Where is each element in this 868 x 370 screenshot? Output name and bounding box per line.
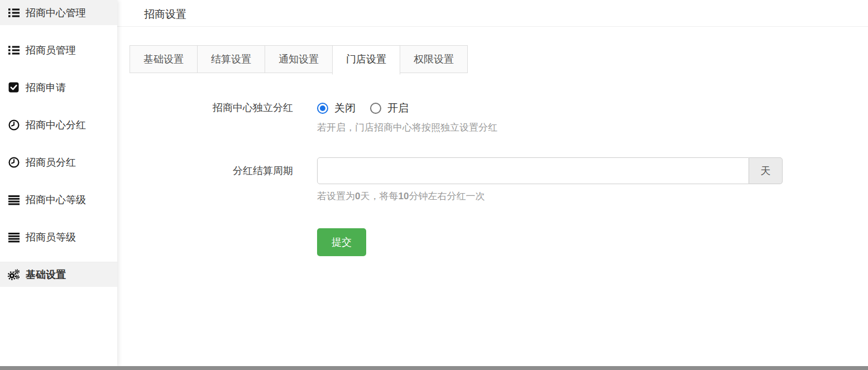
main-content: 招商设置 基础设置 结算设置 通知设置 门店设置 权限设置 招商中心独立分红 关… xyxy=(117,0,868,370)
sidebar-item-label: 招商中心等级 xyxy=(26,193,86,206)
sidebar-item-merchant-agent-level[interactable]: 招商员等级 xyxy=(0,224,117,249)
cogs-icon xyxy=(8,269,20,281)
radio-open-label[interactable]: 开启 xyxy=(387,101,409,116)
field-label: 分红结算周期 xyxy=(117,157,293,184)
settlement-cycle-input[interactable] xyxy=(317,157,749,184)
tab-permission-settings[interactable]: 权限设置 xyxy=(400,45,468,73)
sidebar-item-merchant-agent-dividend[interactable]: 招商员分红 xyxy=(0,150,117,175)
tab-store-settings[interactable]: 门店设置 xyxy=(332,45,400,75)
tab-notification-settings[interactable]: 通知设置 xyxy=(265,45,333,73)
sidebar: 招商中心管理 招商员管理 招商申请 招商中心分红 xyxy=(0,0,117,366)
independent-dividend-help: 若开启，门店招商中心将按照独立设置分红 xyxy=(317,121,497,134)
page-title: 招商设置 xyxy=(144,8,186,20)
radio-close[interactable] xyxy=(317,103,328,114)
align-justify-icon xyxy=(8,231,20,243)
sidebar-item-label: 招商员管理 xyxy=(26,44,76,57)
sidebar-item-label: 招商员分红 xyxy=(26,156,76,169)
radio-close-label[interactable]: 关闭 xyxy=(334,101,356,116)
sidebar-item-label: 基础设置 xyxy=(26,268,66,281)
radio-open[interactable] xyxy=(370,103,381,114)
clock-icon xyxy=(8,119,20,131)
unit-addon: 天 xyxy=(749,157,783,184)
clock-icon xyxy=(8,156,20,168)
submit-button[interactable]: 提交 xyxy=(317,228,366,256)
sidebar-item-label: 招商中心分红 xyxy=(26,118,86,132)
tab-settlement-settings[interactable]: 结算设置 xyxy=(197,45,265,73)
field-label: 招商中心独立分红 xyxy=(117,101,293,134)
sidebar-item-merchant-center-dividend[interactable]: 招商中心分红 xyxy=(0,112,117,137)
align-justify-icon xyxy=(8,194,20,205)
list-icon xyxy=(8,44,20,56)
store-settings-form: 招商中心独立分红 关闭 开启 若开启，门店招商中心将按照独立设置分红 分红结算周… xyxy=(117,101,868,256)
form-row-settlement-cycle: 分红结算周期 天 若设置为0天，将每10分钟左右分红一次 xyxy=(117,157,868,203)
sidebar-item-merchant-center-management[interactable]: 招商中心管理 xyxy=(0,0,117,25)
page-header: 招商设置 xyxy=(117,0,868,27)
list-icon xyxy=(8,7,20,18)
sidebar-item-label: 招商申请 xyxy=(26,81,66,94)
independent-dividend-radio-group: 关闭 开启 xyxy=(317,101,497,116)
sidebar-item-merchant-agent-management[interactable]: 招商员管理 xyxy=(0,37,117,63)
check-square-icon xyxy=(8,81,20,93)
tab-bar: 基础设置 结算设置 通知设置 门店设置 权限设置 xyxy=(130,45,868,75)
settlement-cycle-input-group: 天 xyxy=(317,157,783,184)
form-row-independent-dividend: 招商中心独立分红 关闭 开启 若开启，门店招商中心将按照独立设置分红 xyxy=(117,101,868,134)
horizontal-scrollbar-thumb[interactable] xyxy=(0,366,868,370)
sidebar-item-merchant-center-level[interactable]: 招商中心等级 xyxy=(0,187,117,212)
sidebar-item-basic-settings[interactable]: 基础设置 xyxy=(0,262,117,287)
tab-basic-settings[interactable]: 基础设置 xyxy=(130,45,198,73)
sidebar-item-label: 招商中心管理 xyxy=(26,6,86,20)
settlement-cycle-help: 若设置为0天，将每10分钟左右分红一次 xyxy=(317,190,783,203)
sidebar-item-label: 招商员等级 xyxy=(26,230,76,244)
sidebar-item-merchant-application[interactable]: 招商申请 xyxy=(0,75,117,100)
form-row-submit: 提交 xyxy=(117,228,868,256)
